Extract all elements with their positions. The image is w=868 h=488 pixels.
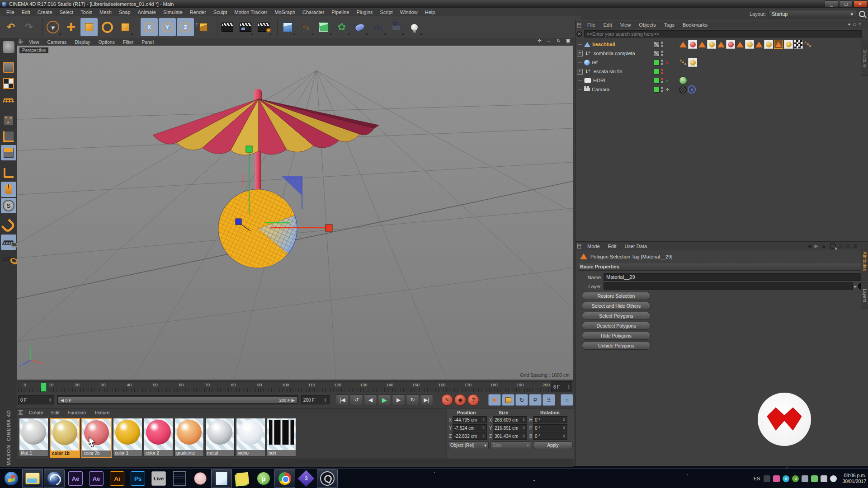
workplane-mode[interactable] — [1, 92, 16, 108]
hide-polygons-button[interactable]: Hide Polygons — [582, 332, 651, 340]
checker-tag-icon[interactable] — [794, 40, 803, 49]
enable-toggle[interactable] — [654, 42, 660, 47]
position-z-input[interactable]: -22.832 cm⇕ — [453, 432, 487, 440]
previous-key-button[interactable]: ↺ — [350, 394, 363, 405]
coordinate-mode-dropdown[interactable]: Object (Rel)▾ — [448, 441, 489, 449]
ball-yellow-tag-icon[interactable] — [764, 40, 773, 49]
phong-tag-icon[interactable] — [804, 40, 812, 48]
om-menu-objects[interactable]: Objects — [635, 21, 660, 29]
ball-red-tag-icon[interactable] — [726, 40, 735, 49]
search-icon[interactable] — [859, 11, 865, 17]
minimize-button[interactable]: ▁ — [825, 0, 838, 8]
menu-window[interactable]: Window — [396, 8, 421, 16]
play-button[interactable]: ▶ — [378, 394, 391, 405]
camera-label[interactable]: Perspective — [19, 47, 48, 53]
object-row-beachball[interactable]: —beachball — [576, 40, 861, 49]
taskbar-clock[interactable]: 08:06 p.m. 30/01/2017 — [842, 473, 866, 484]
ball-red-tag-icon[interactable] — [688, 40, 697, 49]
calculator[interactable] — [170, 469, 189, 488]
file-explorer[interactable] — [22, 469, 43, 488]
object-name[interactable]: Camara — [592, 87, 609, 92]
enable-toggle[interactable] — [654, 69, 660, 75]
range-end-spinner[interactable]: 200 F⇕ — [301, 395, 330, 404]
viewport-menu-panel[interactable]: Panel — [137, 38, 158, 46]
render-view-button[interactable] — [219, 18, 236, 36]
pan-view-icon[interactable]: ✛ — [536, 38, 543, 44]
key-pla-toggle[interactable]: ⠿ — [542, 394, 555, 406]
previous-frame-button[interactable]: ◀ — [364, 394, 377, 405]
phong-tag-icon[interactable] — [679, 58, 687, 66]
key-parameter-toggle[interactable]: P — [529, 394, 542, 406]
viewport-menu-options[interactable]: Options — [94, 38, 119, 46]
material-name[interactable]: Mat.1 — [19, 450, 48, 456]
solo-button[interactable]: ≡ — [561, 394, 573, 406]
lock-icon[interactable]: ⚿ — [839, 243, 843, 249]
deselect-polygons-button[interactable]: Deselect Polygons — [582, 322, 651, 330]
parent-icon[interactable]: ▲ — [821, 243, 826, 249]
workplane-snap[interactable] — [1, 251, 16, 266]
size-mode-dropdown[interactable]: Size▾ — [491, 441, 531, 449]
timeline-ruler[interactable]: 0102030405060708090100110120130140150160… — [18, 381, 555, 392]
close-button[interactable]: ✕ — [854, 0, 867, 8]
start-button[interactable] — [1, 469, 21, 488]
menu-animate[interactable]: Animate — [134, 8, 160, 16]
viewport-solo-mode[interactable] — [1, 182, 16, 197]
zoom-view-icon[interactable]: ↔ — [546, 38, 552, 44]
select-polygons-button[interactable]: Select Polygons — [582, 312, 651, 320]
object-row-camara[interactable]: —Camara✛ — [576, 85, 861, 94]
redo-button[interactable]: ↷ — [20, 18, 38, 36]
deformers[interactable] — [351, 18, 368, 36]
material-name[interactable]: color 2 — [144, 450, 173, 456]
panel-drag-handle-icon[interactable] — [19, 410, 23, 415]
panel-drag-handle-icon[interactable] — [19, 39, 23, 44]
record-keyframe-button[interactable]: ✎ — [441, 394, 453, 406]
light-objects[interactable] — [406, 18, 423, 36]
titlebar[interactable]: CINEMA 4D R17.016 Studio (R17) - [Librer… — [0, 0, 868, 8]
tray-device-icon[interactable] — [802, 475, 808, 482]
generators-subdivision[interactable] — [315, 18, 332, 36]
visibility-dots[interactable] — [661, 60, 663, 65]
maximize-button[interactable]: ▢ — [839, 0, 853, 8]
lock-x-axis[interactable]: X — [141, 18, 158, 36]
om-menu-view[interactable]: View — [616, 21, 635, 29]
restore-selection-button[interactable]: Restore Selection — [582, 292, 651, 300]
object-row-escala-sin-fin[interactable]: +L°escala sin fin — [576, 67, 861, 76]
material-name[interactable]: vidrio — [236, 450, 265, 456]
material-name[interactable]: color 1b — [51, 450, 79, 457]
polygons-mode[interactable] — [1, 145, 16, 160]
texture-mode[interactable] — [1, 76, 16, 91]
history-forward-icon[interactable]: ▶ — [814, 243, 818, 249]
menu-simulate[interactable]: Simulate — [160, 8, 186, 16]
next-frame-button[interactable]: ▶ — [392, 394, 405, 405]
cinema4d-app[interactable] — [44, 469, 65, 488]
tray-chat-icon[interactable] — [811, 475, 818, 482]
object-name[interactable]: beachball — [592, 42, 615, 47]
play-mode-button[interactable]: ↻ — [406, 394, 419, 405]
visibility-dots[interactable] — [661, 87, 663, 92]
object-name[interactable]: ref — [592, 60, 598, 65]
viewport-menu-cameras[interactable]: Cameras — [43, 38, 71, 46]
size-x-input[interactable]: 263.609 cm⇕ — [493, 416, 527, 423]
target-tag-icon[interactable] — [688, 85, 696, 94]
search-icon[interactable] — [830, 243, 836, 249]
tri-tag-icon[interactable] — [755, 40, 763, 48]
last-used-tool[interactable] — [117, 18, 134, 36]
ball-yellow-tag-icon[interactable] — [784, 40, 793, 49]
tri-tag-icon[interactable] — [717, 40, 725, 48]
enable-toggle[interactable] — [654, 87, 660, 93]
menu-script[interactable]: Script — [377, 8, 396, 16]
menu-tools[interactable]: Tools — [77, 8, 96, 16]
globe-tag-icon[interactable] — [679, 76, 687, 84]
key-rotation-toggle[interactable]: ↻ — [515, 394, 528, 406]
om-corner-icon-2[interactable]: ≡ — [859, 22, 861, 27]
enable-toggle[interactable] — [654, 60, 660, 66]
object-name[interactable]: HDRI — [593, 78, 605, 83]
select-and-hide-others-button[interactable]: Select and Hide Others — [582, 302, 651, 310]
coordinate-system[interactable] — [195, 18, 212, 36]
rotate-tool[interactable] — [99, 18, 116, 36]
om-menu-bookmarks[interactable]: Bookmarks — [679, 21, 712, 29]
menu-motion-tracker[interactable]: Motion Tracker — [231, 8, 271, 16]
material-color-2b[interactable]: color 2b — [81, 418, 112, 458]
visibility-dots[interactable] — [661, 42, 663, 47]
om-menu-file[interactable]: File — [583, 21, 599, 29]
